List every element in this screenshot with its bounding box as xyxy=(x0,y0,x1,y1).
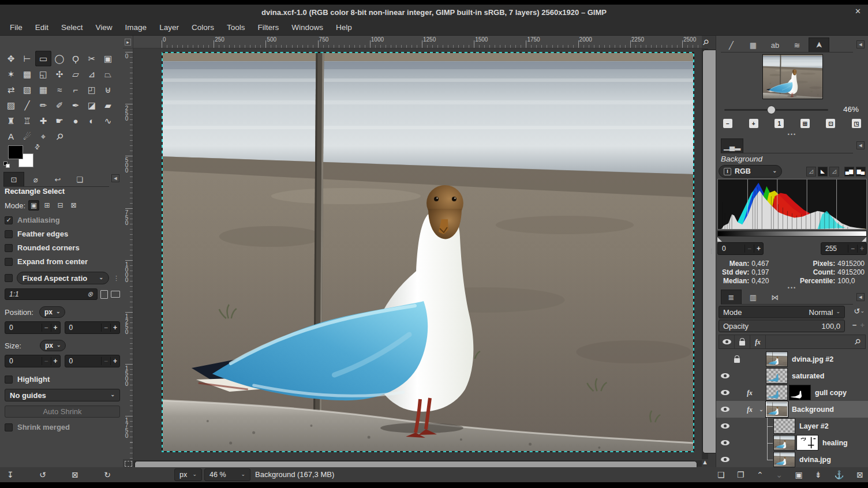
landscape-icon[interactable] xyxy=(111,291,120,298)
raise-layer-button[interactable]: ⌃ xyxy=(757,470,764,479)
visibility-toggle[interactable] xyxy=(719,407,731,412)
layer-mask-thumbnail[interactable] xyxy=(789,385,811,400)
navigation-preview-button[interactable]: ▲ xyxy=(702,459,708,466)
zoom-fit-image-button[interactable]: ⊞ xyxy=(800,119,810,128)
titlebar[interactable]: dvina.xcf-1.0 (RGB color 8-bit non-linea… xyxy=(0,5,868,20)
layer-mask-thumbnail[interactable] xyxy=(796,435,818,451)
feather-edges-checkbox[interactable] xyxy=(5,230,13,238)
tool-paintbrush[interactable]: ╱ xyxy=(19,97,35,113)
tool-unified-transform[interactable]: ✣ xyxy=(51,66,68,82)
zoom-slider[interactable] xyxy=(724,109,828,111)
decrement-icon[interactable]: − xyxy=(42,357,51,365)
mode-intersect-button[interactable]: ⊠ xyxy=(68,200,79,211)
tool-transform-3d[interactable]: ▧ xyxy=(19,82,35,97)
size-unit-dropdown[interactable]: px ⌄ xyxy=(40,340,66,351)
size-width-spinner[interactable]: 0 − + xyxy=(5,355,61,367)
highlight-checkbox[interactable] xyxy=(5,376,13,384)
layer-thumbnail[interactable] xyxy=(766,401,788,417)
tool-blur-sharpen[interactable]: ● xyxy=(68,113,84,129)
vertical-scrollbar[interactable] xyxy=(702,48,708,459)
statusbar-zoom-dropdown[interactable]: 46 % ⌄ xyxy=(204,468,250,481)
increment-icon[interactable]: + xyxy=(51,357,60,365)
tool-scissors-select[interactable]: ✂ xyxy=(84,51,100,66)
increment-icon[interactable]: + xyxy=(860,321,865,329)
lock-cell[interactable] xyxy=(731,355,743,363)
visibility-toggle[interactable] xyxy=(719,457,731,462)
visibility-filter-icon[interactable] xyxy=(719,335,735,348)
expand-from-center-checkbox[interactable] xyxy=(5,258,13,266)
tool-color-picker[interactable]: ☄ xyxy=(19,129,35,144)
rounded-corners-checkbox[interactable] xyxy=(5,244,13,252)
menu-layer[interactable]: Layer xyxy=(153,21,185,34)
menu-select[interactable]: Select xyxy=(55,21,89,34)
tool-eraser[interactable]: ▰ xyxy=(100,97,116,113)
menu-edit[interactable]: Edit xyxy=(29,21,55,34)
left-dock-collapse-icon[interactable]: ◄ xyxy=(111,174,119,182)
aspect-ratio-dropdown[interactable]: Fixed Aspect ratio ⌄ xyxy=(17,272,109,284)
effects-filter-icon[interactable]: fx xyxy=(750,335,766,348)
delete-layer-button[interactable]: ⊠ xyxy=(856,470,863,479)
delete-button[interactable]: ⊠ xyxy=(72,470,78,479)
layer-row-background[interactable]: fx⌄Background xyxy=(716,401,868,418)
tool-dodge-burn[interactable]: ◐ xyxy=(84,113,100,129)
dock-collapse-icon[interactable]: ◄ xyxy=(856,293,865,301)
tool-gradient[interactable]: ▨ xyxy=(3,97,19,113)
linear-histogram-button[interactable]: ▄▆ xyxy=(844,167,854,177)
tool-clone[interactable]: ♜ xyxy=(3,113,19,129)
zoom-1-1-button[interactable]: 1 xyxy=(775,119,784,128)
layer-row-dvina-jpg[interactable]: dvina.jpg xyxy=(716,451,868,467)
increment-icon[interactable]: + xyxy=(110,324,119,332)
tool-move[interactable]: ✥ xyxy=(3,51,19,66)
range-high-handle[interactable] xyxy=(862,237,866,242)
tab-pointer[interactable]: ➤ xyxy=(809,37,829,52)
tool-text[interactable]: A xyxy=(3,129,19,144)
layer-effects-cell[interactable]: fx xyxy=(743,406,757,413)
increment-icon[interactable]: + xyxy=(857,245,866,253)
decrement-icon[interactable]: − xyxy=(744,245,754,253)
shrink-wrap-button[interactable]: ◳ xyxy=(852,119,861,128)
tool-ellipse-select[interactable]: ◯ xyxy=(51,51,68,66)
position-unit-dropdown[interactable]: px ⌄ xyxy=(39,306,66,318)
kebab-menu-icon[interactable]: ⋮ xyxy=(113,275,120,282)
search-icon[interactable]: ⚲ xyxy=(853,337,863,347)
tool-paths[interactable]: ∿ xyxy=(100,113,116,129)
position-x-spinner[interactable]: 0 − + xyxy=(5,321,61,334)
tool-pencil[interactable]: ✏ xyxy=(35,97,51,113)
tool-free-select[interactable]: Ϙ xyxy=(68,51,84,66)
tool-shear[interactable]: ▱ xyxy=(68,66,84,82)
tool-smudge[interactable]: ☛ xyxy=(51,113,68,129)
decrement-icon[interactable]: − xyxy=(42,324,51,332)
reset-button[interactable]: ↻ xyxy=(104,470,111,479)
mode-replace-button[interactable]: ▣ xyxy=(28,200,39,211)
menu-file[interactable]: File xyxy=(3,21,29,34)
menu-tools[interactable]: Tools xyxy=(220,21,252,34)
new-group-button[interactable]: ❐ xyxy=(737,470,744,479)
tool-flip[interactable]: ⇄ xyxy=(3,82,19,97)
menu-view[interactable]: View xyxy=(89,21,119,34)
shrink-merged-checkbox[interactable] xyxy=(5,423,13,431)
layer-row-gull-copy[interactable]: fxgull copy xyxy=(716,384,868,401)
tool-perspective-grid[interactable]: ▦ xyxy=(35,82,51,97)
tool-fuzzy-select[interactable]: ✶ xyxy=(3,66,19,82)
portrait-icon[interactable] xyxy=(100,290,108,299)
channel-dropdown[interactable]: I RGB ⌄ xyxy=(719,165,782,178)
visibility-toggle[interactable] xyxy=(719,373,731,378)
canvas-image[interactable] xyxy=(162,52,694,452)
linear-toggle-button[interactable]: ◿ xyxy=(806,167,816,177)
zoom-status-icon[interactable]: ⚲ xyxy=(701,37,711,47)
auto-shrink-button[interactable]: Auto Shrink xyxy=(5,406,120,418)
log-toggle-button[interactable]: ◿ xyxy=(829,167,839,177)
tool-mypaint-brush[interactable]: ◪ xyxy=(84,97,100,113)
zoom-fill-window-button[interactable]: ⊡ xyxy=(826,119,835,128)
clear-icon[interactable]: ⊗ xyxy=(87,290,93,298)
tool-foreground-select[interactable]: ▣ xyxy=(100,51,116,66)
dock-collapse-icon[interactable]: ◄ xyxy=(856,141,865,149)
tool-scale[interactable]: ⊿ xyxy=(84,66,100,82)
logarithmic-histogram-button[interactable]: ▆▄ xyxy=(856,167,866,177)
aspect-ratio-input[interactable]: 1:1 ⊗ xyxy=(5,288,98,300)
tool-warp-transform[interactable]: ≈ xyxy=(51,82,68,97)
histogram-chart[interactable] xyxy=(717,179,867,230)
layer-thumbnail[interactable] xyxy=(766,385,788,400)
increment-icon[interactable]: + xyxy=(51,324,60,332)
visibility-toggle[interactable] xyxy=(719,440,731,445)
